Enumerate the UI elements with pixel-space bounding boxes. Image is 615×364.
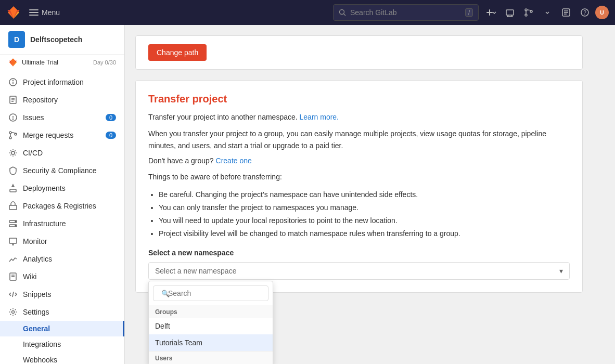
sidebar-item-project-information[interactable]: Project information [0, 73, 124, 91]
change-path-button[interactable]: Change path [148, 44, 207, 61]
bullet-item: Be careful. Changing the project's names… [159, 188, 570, 201]
main-content: Change path Transfer project Transfer yo… [125, 25, 615, 364]
merge-icon [8, 131, 18, 140]
sidebar-item-wiki[interactable]: Wiki [0, 268, 124, 285]
dropdown-search-wrap: 🔍 [149, 281, 273, 305]
search-input[interactable] [350, 8, 461, 17]
sidebar-subitem-label: Integrations [23, 340, 61, 348]
svg-point-41 [15, 225, 16, 226]
create-one-link[interactable]: Create one [216, 157, 252, 165]
gitlab-logo[interactable] [6, 5, 21, 20]
security-icon [8, 166, 18, 175]
trial-name: Ultimate Trial [22, 59, 58, 66]
sidebar-item-settings[interactable]: Settings [0, 303, 124, 321]
sidebar-item-label: Security & Compliance [23, 166, 97, 175]
transfer-project-card: Transfer project Transfer your project i… [135, 80, 583, 293]
sidebar-item-label: Infrastructure [23, 219, 66, 228]
menu-button[interactable]: Menu [25, 6, 64, 19]
sidebar-item-label: Monitor [23, 237, 47, 245]
help-icon[interactable]: ? [576, 4, 593, 21]
sidebar-item-cicd[interactable]: CI/CD [0, 144, 124, 162]
cicd-icon [8, 148, 18, 158]
dropdown-item-tutorials-team[interactable]: Tutorials Team [149, 334, 273, 351]
namespace-select[interactable]: Select a new namespace ▾ [148, 262, 570, 280]
chevron-down-icon[interactable] [539, 4, 556, 21]
transfer-project-desc2: When you transfer your project to a grou… [148, 128, 570, 151]
sidebar-item-label: Deployments [23, 184, 66, 192]
svg-rect-7 [506, 10, 514, 15]
svg-line-4 [344, 14, 346, 16]
sidebar: D Delftscopetech Ultimate Trial Day 0/30… [0, 25, 125, 364]
sidebar-item-label: Snippets [23, 290, 51, 298]
sidebar-item-issues[interactable]: Issues 0 [0, 109, 124, 126]
sidebar-item-snippets[interactable]: Snippets [0, 285, 124, 303]
transfer-things-label: Things to be aware of before transferrin… [148, 171, 570, 183]
sidebar-header: D Delftscopetech [0, 25, 124, 55]
topnav-actions: ? U [483, 4, 609, 21]
learn-more-link[interactable]: Learn more. [300, 113, 339, 121]
chevron-down-icon: ▾ [559, 267, 563, 275]
svg-point-35 [11, 151, 15, 154]
bullet-item: You can only transfer the project to nam… [159, 201, 570, 214]
info-icon [8, 77, 18, 87]
change-path-card: Change path [135, 35, 583, 70]
sidebar-item-security-compliance[interactable]: Security & Compliance [0, 162, 124, 179]
sidebar-item-label: CI/CD [23, 149, 43, 157]
svg-point-11 [525, 9, 527, 11]
sidebar-item-deployments[interactable]: Deployments [0, 179, 124, 197]
sidebar-item-label: Project information [23, 78, 84, 86]
svg-rect-1 [29, 12, 39, 13]
sidebar-item-label: Issues [23, 113, 44, 122]
sidebar-subitem-integrations[interactable]: Integrations [0, 336, 124, 352]
namespace-select-placeholder: Select a new namespace [155, 267, 236, 275]
sidebar-subitem-general[interactable]: General [0, 321, 124, 336]
create-button[interactable] [483, 4, 499, 21]
users-section-label: Users [149, 352, 273, 364]
trial-bar: Ultimate Trial Day 0/30 [0, 55, 124, 70]
svg-rect-0 [29, 9, 39, 10]
sidebar-item-label: Wiki [23, 272, 36, 281]
analytics-icon [8, 254, 18, 264]
merge-requests-badge: 0 [106, 132, 116, 139]
sidebar-item-label: Analytics [23, 255, 52, 263]
broadcast-icon[interactable] [502, 4, 518, 21]
svg-point-32 [9, 137, 11, 139]
svg-rect-37 [9, 205, 17, 210]
bullet-item: You will need to update your local repos… [159, 214, 570, 227]
snippets-icon [8, 290, 18, 299]
select-namespace-label: Select a new namespace [148, 249, 570, 257]
merge-requests-icon[interactable] [520, 4, 537, 21]
sidebar-item-label: Merge requests [23, 131, 73, 139]
sidebar-item-monitor[interactable]: Monitor [0, 232, 124, 250]
user-avatar[interactable]: U [595, 6, 609, 19]
transfer-bullets: Be careful. Changing the project's names… [148, 188, 570, 241]
dropdown-item-delft[interactable]: Delft [149, 318, 273, 334]
todo-icon[interactable] [558, 4, 574, 21]
svg-point-40 [15, 221, 16, 222]
sidebar-item-infrastructure[interactable]: Infrastructure [0, 215, 124, 232]
search-bar[interactable]: / [333, 4, 479, 21]
svg-point-12 [525, 14, 527, 16]
org-name: Delftscopetech [30, 35, 82, 44]
dropdown-search-icon-wrap: 🔍 [153, 285, 268, 301]
svg-point-31 [9, 132, 11, 134]
trial-days: Day 0/30 [93, 59, 116, 66]
sidebar-subitem-webhooks[interactable]: Webhooks [0, 352, 124, 364]
svg-line-48 [12, 292, 14, 297]
infra-icon [8, 219, 18, 228]
wiki-icon [8, 272, 18, 281]
transfer-project-desc1: Transfer your project into another names… [148, 111, 570, 123]
sidebar-item-merge-requests[interactable]: Merge requests 0 [0, 126, 124, 144]
dropdown-search-input[interactable] [153, 285, 268, 301]
svg-point-49 [12, 311, 15, 314]
svg-text:?: ? [583, 10, 586, 16]
svg-point-23 [13, 80, 14, 81]
search-icon: 🔍 [161, 290, 170, 297]
sidebar-item-packages-registries[interactable]: Packages & Registries [0, 197, 124, 215]
sidebar-subitem-label: General [23, 324, 50, 333]
sidebar-item-label: Settings [23, 308, 49, 316]
sidebar-item-label: Packages & Registries [23, 202, 96, 210]
sidebar-item-repository[interactable]: Repository [0, 91, 124, 109]
svg-point-30 [12, 119, 13, 119]
sidebar-item-analytics[interactable]: Analytics [0, 250, 124, 268]
